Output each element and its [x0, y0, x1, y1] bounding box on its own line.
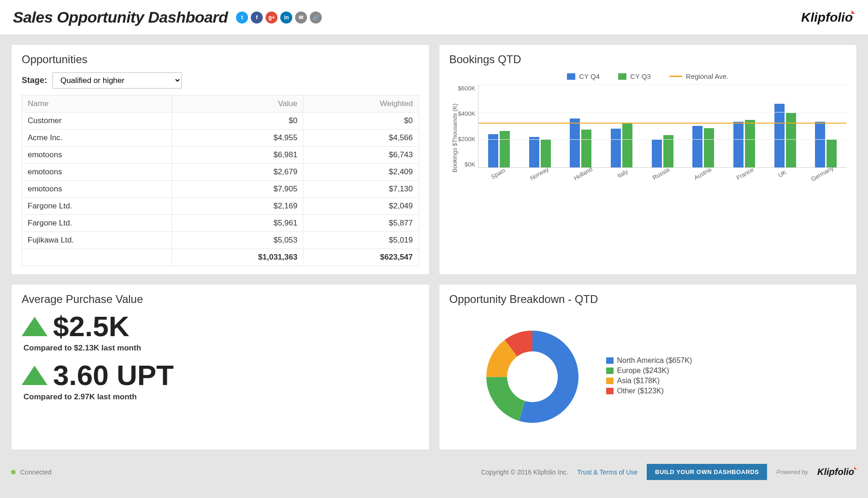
bookings-legend: CY Q4 CY Q3 Regional Ave.: [449, 72, 847, 80]
bar-group: [815, 122, 837, 167]
cell-name: Fujikawa Ltd.: [22, 232, 172, 249]
cell-weighted: $5,019: [303, 232, 419, 249]
cell-name: Fargone Ltd.: [22, 215, 172, 232]
total-value: $1,031,363: [171, 249, 303, 266]
legend-label: Asia ($178K): [617, 377, 660, 385]
cell-name: Customer: [22, 113, 172, 130]
build-dashboards-button[interactable]: BUILD YOUR OWN DASHBOARDS: [647, 464, 767, 480]
bar-group: [692, 126, 714, 167]
terms-link[interactable]: Trust & Terms of Use: [577, 468, 638, 476]
bar: [815, 122, 825, 167]
donut-section: North America ($657K)Europe ($243K)Asia …: [449, 312, 847, 441]
footer-bar: Connected Copyright © 2016 Klipfolio Inc…: [0, 459, 868, 489]
bookings-card: Bookings QTD CY Q4 CY Q3 Regional Ave. B…: [439, 44, 857, 275]
up-arrow-icon: [22, 317, 47, 336]
legend-item: Asia ($178K): [606, 377, 692, 385]
bar: [611, 129, 621, 167]
bar-group: [488, 131, 510, 168]
bar: [652, 140, 662, 167]
cell-weighted: $4,566: [303, 130, 419, 147]
apv-card: Average Purchase Value $2.5K Compared to…: [11, 284, 430, 450]
x-tick-label: Russia: [651, 166, 670, 181]
x-tick-label: Spain: [490, 167, 506, 181]
x-tick-label: Norway: [529, 166, 550, 182]
table-row: Fargone Ltd. $2,169 $2,049: [22, 198, 419, 215]
email-icon[interactable]: ✉: [295, 12, 307, 24]
cell-value: $0: [171, 113, 303, 130]
header-bar: Sales Opportunity Dashboard t f g+ in ✉ …: [0, 0, 868, 35]
bar: [570, 119, 580, 168]
facebook-icon[interactable]: f: [251, 12, 263, 24]
legend-item: Europe ($243K): [606, 367, 692, 375]
apv-value: $2.5K: [53, 312, 129, 341]
bar-group: [529, 137, 551, 167]
cell-weighted: $5,877: [303, 215, 419, 232]
bar: [529, 137, 539, 167]
donut-chart: [477, 321, 588, 432]
table-totals-row: $1,031,363 $623,547: [22, 249, 419, 266]
opportunities-card: Opportunities Stage: Qualified or higher…: [11, 44, 430, 275]
table-row: Customer $0 $0: [22, 113, 419, 130]
col-weighted: Weighted: [303, 95, 419, 113]
cell-value: $7,905: [171, 181, 303, 198]
cell-weighted: $7,130: [303, 181, 419, 198]
cell-value: $6,981: [171, 147, 303, 164]
col-name: Name: [22, 95, 172, 113]
bar-group: [733, 120, 755, 168]
table-row: Acme Inc. $4,955 $4,566: [22, 130, 419, 147]
bar-group: [774, 104, 796, 167]
apv-metric-2: 3.60 UPT Compared to 2.97K last month: [22, 361, 419, 402]
cell-name: emotoons: [22, 147, 172, 164]
link-icon[interactable]: 🔗: [310, 12, 322, 24]
cell-value: $5,053: [171, 232, 303, 249]
legend-swatch: [606, 378, 614, 384]
opportunities-table: Name Value Weighted Customer $0 $0Acme I…: [22, 95, 419, 266]
plot-area: SpainNorwayHollandItalyRussiaAustriaFran…: [478, 85, 846, 168]
twitter-icon[interactable]: t: [236, 12, 248, 24]
stage-label: Stage:: [22, 76, 47, 85]
bookings-title: Bookings QTD: [449, 53, 847, 66]
table-row: emotoons $6,981 $6,743: [22, 147, 419, 164]
table-row: emotoons $7,905 $7,130: [22, 181, 419, 198]
linkedin-icon[interactable]: in: [280, 12, 292, 24]
cell-weighted: $0: [303, 113, 419, 130]
opportunities-title: Opportunities: [22, 53, 419, 66]
powered-by-text: Powered by: [776, 468, 808, 475]
apv-sub-1: Compared to $2.13K last month: [24, 344, 419, 353]
table-row: Fargone Ltd. $5,961 $5,877: [22, 215, 419, 232]
bar: [733, 122, 744, 167]
table-row: Fujikawa Ltd. $5,053 $5,019: [22, 232, 419, 249]
legend-label: Europe ($243K): [617, 367, 669, 375]
social-icons: t f g+ in ✉ 🔗: [236, 12, 322, 24]
x-tick-label: Italy: [616, 168, 629, 179]
copyright-text: Copyright © 2016 Klipfolio Inc.: [481, 468, 568, 476]
bookings-bar-chart: Bookings $Thousands (K) $600K$400K$200K$…: [449, 85, 847, 191]
bar: [622, 123, 632, 167]
table-header-row: Name Value Weighted: [22, 95, 419, 113]
bar: [692, 126, 703, 167]
apv-metric-1: $2.5K Compared to $2.13K last month: [22, 312, 419, 353]
bar: [827, 140, 837, 167]
cell-weighted: $2,049: [303, 198, 419, 215]
googleplus-icon[interactable]: g+: [266, 12, 278, 24]
legend-label: North America ($657K): [617, 356, 692, 365]
stage-select[interactable]: Qualified or higher: [53, 72, 182, 89]
x-tick-label: Austria: [693, 166, 713, 181]
status-text: Connected: [20, 468, 52, 476]
legend-avg: Regional Ave.: [669, 72, 728, 80]
brand-logo-small: Klipfolio: [817, 467, 857, 477]
legend-item: Other ($123K): [606, 387, 692, 395]
brand-logo: Klipfolio: [801, 10, 855, 25]
cell-value: $5,961: [171, 215, 303, 232]
y-axis-label: Bookings $Thousands (K): [449, 85, 458, 191]
upt-value: 3.60 UPT: [53, 361, 174, 390]
x-tick-label: UK: [777, 168, 787, 178]
stage-filter-row: Stage: Qualified or higher: [22, 72, 419, 89]
cell-value: $4,955: [171, 130, 303, 147]
regional-avg-line: [478, 123, 846, 124]
legend-swatch: [606, 357, 614, 364]
x-tick-label: Holland: [573, 166, 594, 182]
legend-cyq4: CY Q4: [567, 72, 600, 80]
table-row: emotoons $2,679 $2,409: [22, 164, 419, 181]
cell-name: Acme Inc.: [22, 130, 172, 147]
